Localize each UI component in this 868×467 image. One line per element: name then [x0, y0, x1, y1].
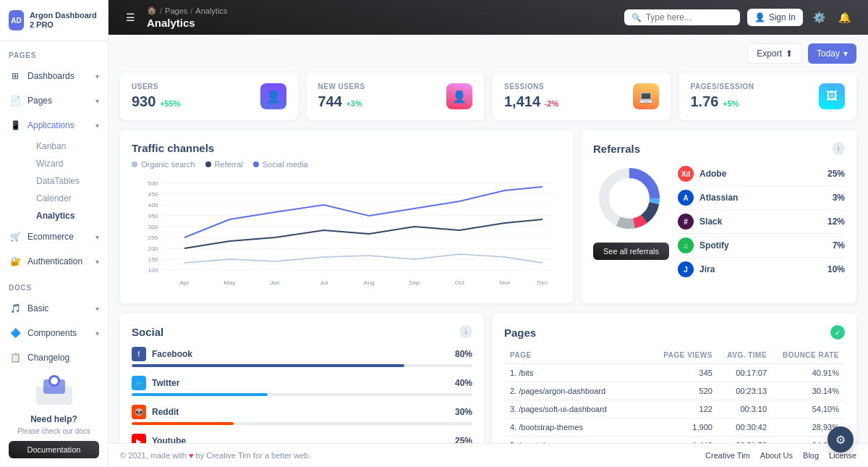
stat-change: +3% [346, 99, 362, 108]
svg-text:500: 500 [148, 180, 158, 187]
stat-label: SESSIONS [504, 83, 558, 91]
legend-label: Social media [263, 160, 308, 169]
pages-table: PAGE PAGE VIEWS AVG. TIME BOUNCE RATE 1.… [504, 347, 845, 443]
donut-chart: See all referrals [593, 162, 669, 260]
stat-icon-users: 👤 [260, 83, 286, 109]
sidebar-item-label: Basic [27, 303, 48, 314]
social-pct: 80% [455, 349, 472, 359]
footer-link-blog[interactable]: Blog [803, 451, 819, 460]
reddit-logo: 👽 [132, 405, 146, 419]
sidebar-item-label: Changelog [27, 353, 69, 363]
notifications-button[interactable]: 🔔 [835, 9, 854, 26]
sidebar-item-components[interactable]: 🔷 Components ▾ [0, 321, 108, 345]
today-button[interactable]: Today ▾ [808, 43, 856, 64]
cell-bounce: 30.14% [773, 382, 845, 400]
export-icon: ⬆ [786, 49, 793, 59]
section-label-docs: DOCS [0, 274, 108, 296]
basic-icon: 🎵 [9, 302, 22, 315]
see-all-referrals-button[interactable]: See all referrals [593, 243, 669, 260]
twitter-progress-bar [132, 393, 472, 396]
sidebar-item-ecommerce[interactable]: 🛒 Ecommerce ▾ [0, 224, 108, 249]
chevron-icon: ▾ [95, 233, 99, 241]
footer-link-creativetim[interactable]: Creative Tim [705, 451, 750, 460]
stat-icon-pages-session: 🖼 [819, 83, 845, 109]
social-title: Social [132, 326, 163, 338]
sidebar-item-dashboards[interactable]: ⊞ Dashboards ▾ [0, 64, 108, 88]
sign-in-button[interactable]: 👤 Sign In [747, 9, 803, 26]
social-name: Facebook [152, 349, 192, 359]
referral-pct: 3% [833, 193, 845, 203]
traffic-channels-card: Traffic channels Organic search Referral [120, 130, 573, 303]
referral-logo-slack: # [678, 214, 694, 230]
auth-icon: 🔐 [9, 255, 22, 268]
cell-avg-time: 00:30:42 [718, 418, 773, 437]
referral-pct: 25% [827, 169, 845, 179]
footer-link-license[interactable]: License [829, 451, 856, 460]
cell-page: 5. /react-themes [504, 437, 654, 444]
traffic-chart: 500 450 400 350 300 250 200 150 100 Apr … [132, 176, 561, 292]
bottom-row: Social i f Facebook 80% [120, 314, 856, 443]
pages-card: Pages ✓ PAGE PAGE VIEWS AVG. TIME BOUNCE… [493, 314, 856, 443]
settings-fab[interactable]: ⚙ [827, 426, 854, 453]
export-button[interactable]: Export ⬆ [747, 43, 802, 64]
applications-submenu: Kanban Wizard DataTables Calender Analyt… [0, 138, 108, 224]
social-pct: 30% [455, 407, 472, 417]
stat-icon-new-users: 👤 [446, 83, 472, 109]
footer-link-about[interactable]: About Us [760, 451, 793, 460]
content-area: Export ⬆ Today ▾ USERS 930 +55% 👤 [109, 35, 868, 443]
social-name: Twitter [152, 378, 179, 388]
stat-change: -2% [545, 99, 559, 108]
dashboards-icon: ⊞ [9, 70, 22, 83]
stat-value: 930 +55% [132, 93, 180, 110]
svg-text:Aug: Aug [364, 279, 375, 286]
sidebar-item-wizard[interactable]: Wizard [27, 155, 108, 172]
info-icon[interactable]: i [832, 142, 845, 155]
check-icon: ✓ [830, 325, 845, 340]
sidebar-item-label: Pages [27, 96, 52, 106]
svg-text:Dec: Dec [537, 279, 548, 286]
social-pct: 25% [455, 436, 472, 443]
page-title: Analytics [147, 17, 227, 29]
cell-views: 122 [654, 400, 718, 418]
search-icon: 🔍 [631, 13, 642, 22]
sidebar-item-kanban[interactable]: Kanban [27, 138, 108, 155]
referral-item: Xd Adobe 25% [678, 162, 845, 186]
referral-name: Slack [699, 216, 722, 227]
search-input[interactable] [646, 12, 733, 22]
footer-copyright: © 2021, made with ♥ by Creative Tim for … [120, 451, 311, 460]
sidebar-item-pages[interactable]: 📄 Pages ▾ [0, 88, 108, 113]
svg-text:Sep: Sep [409, 279, 420, 286]
sidebar-item-applications[interactable]: 📱 Applications ▾ [0, 113, 108, 138]
chart-title: Traffic channels [132, 142, 561, 154]
sidebar-item-datatables[interactable]: DataTables [27, 172, 108, 190]
stat-card-pages-session: PAGES/SESSION 1.76 +5% 🖼 [679, 72, 857, 120]
sidebar-item-basic[interactable]: 🎵 Basic ▾ [0, 296, 108, 321]
sidebar-item-calender[interactable]: Calender [27, 190, 108, 207]
sidebar-item-analytics[interactable]: Analytics [27, 207, 108, 224]
cell-bounce: 40.91% [773, 364, 845, 382]
col-page: PAGE [504, 347, 654, 364]
svg-text:450: 450 [148, 191, 158, 198]
referrals-content: See all referrals Xd Adobe 25% [593, 162, 845, 281]
sidebar-item-changelog[interactable]: 📋 Changelog [0, 345, 108, 370]
table-row: 3. /pages/soft-ui-dashboard 122 00:3:10 … [504, 400, 845, 418]
sidebar-item-authentication[interactable]: 🔐 Authentication ▾ [0, 249, 108, 274]
svg-text:May: May [224, 279, 237, 286]
help-section: Need help? Please check our docs Documen… [9, 372, 99, 458]
hamburger-button[interactable]: ☰ [123, 9, 138, 26]
header: ☰ 🏠 / Pages / Analytics Analytics 🔍 [109, 0, 868, 35]
referral-pct: 12% [827, 216, 845, 227]
documentation-button[interactable]: Documentation [9, 441, 99, 458]
brand: AD Argon Dashboard 2 PRO [0, 0, 108, 41]
settings-button[interactable]: ⚙️ [810, 9, 828, 26]
table-row: 2. /pages/argon-dashboard 520 00:23:13 3… [504, 382, 845, 400]
cell-avg-time: 00:3:10 [718, 400, 773, 418]
cell-views: 520 [654, 382, 718, 400]
stat-change: +5% [723, 99, 739, 108]
stat-label: NEW USERS [318, 83, 365, 91]
referral-logo-spotify: ♫ [678, 237, 694, 253]
referral-logo-jira: J [678, 261, 694, 277]
info-icon[interactable]: i [459, 325, 472, 338]
stat-icon-sessions: 💻 [633, 83, 659, 109]
brand-name: Argon Dashboard 2 PRO [30, 11, 99, 30]
